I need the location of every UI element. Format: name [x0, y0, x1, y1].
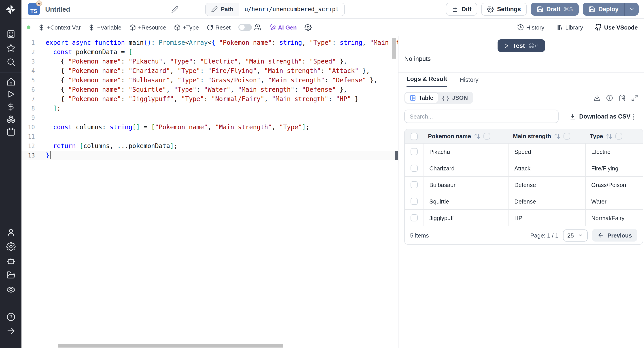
- copy-clipboard-icon[interactable]: [618, 94, 626, 101]
- add-context-var-button[interactable]: +Context Var: [38, 24, 81, 31]
- toggle-switch[interactable]: [238, 24, 252, 31]
- sort-arrows-icon[interactable]: [474, 133, 480, 139]
- json-braces-icon: { }: [442, 94, 449, 101]
- sort-arrows-icon[interactable]: [554, 133, 560, 139]
- row-checkbox[interactable]: [410, 214, 418, 222]
- user-icon[interactable]: [6, 228, 16, 237]
- settings-gear-icon[interactable]: [6, 242, 16, 252]
- code-line[interactable]: 13}: [22, 151, 398, 160]
- table-cell: Defense: [508, 193, 586, 209]
- code-line[interactable]: 11: [22, 132, 398, 141]
- code-line[interactable]: 10 const columns: string[] = ["Pokemon n…: [22, 122, 398, 132]
- reset-button[interactable]: Reset: [206, 24, 230, 31]
- line-number: 11: [22, 132, 46, 141]
- runs-play-icon[interactable]: [6, 90, 16, 99]
- schedules-calendar-icon[interactable]: [6, 127, 16, 136]
- workers-robot-icon[interactable]: [6, 256, 16, 266]
- path-label: Path: [206, 3, 239, 16]
- view-json-button[interactable]: { } JSON: [438, 92, 472, 103]
- test-button[interactable]: Test ⌘↵: [497, 39, 545, 52]
- table-row[interactable]: SquirtleDefenseWater: [405, 193, 643, 209]
- edit-title-pencil-icon[interactable]: [171, 6, 178, 13]
- add-resource-button[interactable]: +Resource: [129, 24, 166, 31]
- column-filter-checkbox[interactable]: [616, 133, 622, 140]
- users-icon: [254, 24, 261, 31]
- history-button[interactable]: History: [517, 24, 544, 31]
- code-line[interactable]: 8 ];: [22, 104, 398, 113]
- previous-page-button[interactable]: Previous: [592, 229, 637, 242]
- editor-settings-gear-icon[interactable]: [304, 24, 312, 31]
- code-line[interactable]: 4 { "Pokemon name": "Charizard", "Type":…: [22, 66, 398, 76]
- deploy-button[interactable]: Deploy: [583, 3, 624, 16]
- deploy-split-button: Deploy: [583, 3, 639, 16]
- row-checkbox[interactable]: [410, 181, 418, 188]
- add-type-button[interactable]: +Type: [174, 24, 199, 31]
- column-label: Main strength: [513, 133, 551, 140]
- code-line[interactable]: 1export async function main(): Promise<A…: [22, 38, 398, 48]
- reset-rotate-icon: [206, 24, 213, 31]
- table-row[interactable]: CharizardAttackFire/Flying: [405, 160, 643, 176]
- table-cell: Charizard: [424, 160, 508, 176]
- draft-button[interactable]: Draft ⌘S: [531, 3, 579, 16]
- table-cell: Bulbasaur: [424, 177, 508, 193]
- table-menu-kebab[interactable]: ⋮: [630, 113, 637, 120]
- code-line[interactable]: 5 { "Pokemon name": "Bulbasaur", "Type":…: [22, 76, 398, 85]
- code-text: }: [46, 151, 50, 160]
- diff-mode-toggle[interactable]: [238, 24, 261, 31]
- help-icon[interactable]: [6, 312, 16, 322]
- line-number: 7: [22, 94, 46, 104]
- resources-boxes-icon[interactable]: [6, 114, 16, 124]
- settings-button[interactable]: Settings: [482, 3, 527, 16]
- select-all-checkbox[interactable]: [410, 132, 418, 140]
- sort-arrows-icon[interactable]: [606, 133, 612, 139]
- table-cell: Speed: [508, 144, 586, 160]
- editor-horizontal-scrollbar[interactable]: [58, 344, 283, 348]
- path-field[interactable]: Path u/henri/unencumbered_script: [205, 2, 345, 16]
- code-line[interactable]: 2 const pokemonData = [: [22, 48, 398, 57]
- editor-toolbar: +Context Var +Variable +Resource +Type R…: [22, 19, 644, 36]
- download-icon[interactable]: [594, 94, 600, 101]
- pencil-icon: [211, 6, 218, 12]
- typescript-badge: TS: [28, 3, 40, 15]
- search-input[interactable]: [404, 110, 558, 123]
- workspace-building-icon[interactable]: [6, 30, 16, 39]
- tab-history[interactable]: History: [460, 76, 478, 87]
- folders-icon[interactable]: [6, 270, 16, 280]
- column-filter-checkbox[interactable]: [484, 133, 490, 140]
- column-header: Type: [586, 133, 643, 140]
- code-line[interactable]: 3 { "Pokemon name": "Pikachu", "Type": "…: [22, 57, 398, 66]
- expand-fullscreen-icon[interactable]: [631, 94, 638, 101]
- use-vscode-button[interactable]: Use VScode: [595, 24, 638, 31]
- line-number: 12: [22, 141, 46, 151]
- ai-gen-button[interactable]: AI Gen: [268, 24, 297, 31]
- code-line[interactable]: 6 { "Pokemon name": "Squirtle", "Type": …: [22, 85, 398, 94]
- search-icon[interactable]: [6, 57, 16, 67]
- editor-vertical-scrollbar[interactable]: [392, 38, 396, 58]
- windmill-logo-icon[interactable]: [6, 4, 16, 16]
- audit-eye-icon[interactable]: [6, 285, 16, 294]
- library-button[interactable]: Library: [556, 24, 583, 31]
- row-checkbox[interactable]: [410, 164, 418, 172]
- row-checkbox[interactable]: [410, 198, 418, 205]
- code-line[interactable]: 7 { "Pokemon name": "Jigglypuff", "Type"…: [22, 94, 398, 104]
- code-line[interactable]: 12 return [columns, ...pokemonData];: [22, 141, 398, 151]
- download-csv-button[interactable]: Download as CSV: [569, 113, 630, 120]
- expand-sidebar-arrow-icon[interactable]: [6, 326, 16, 336]
- view-table-button[interactable]: Table: [405, 92, 438, 103]
- column-filter-checkbox[interactable]: [564, 133, 570, 140]
- deploy-dropdown-button[interactable]: [624, 3, 639, 16]
- variables-dollar-icon[interactable]: [6, 102, 16, 112]
- add-variable-button[interactable]: +Variable: [88, 24, 122, 31]
- favorites-star-icon[interactable]: [6, 44, 16, 53]
- home-icon[interactable]: [6, 77, 16, 86]
- row-checkbox[interactable]: [410, 148, 418, 155]
- page-size-select[interactable]: 25: [563, 229, 588, 241]
- info-icon[interactable]: [606, 94, 613, 101]
- code-editor[interactable]: 1export async function main(): Promise<A…: [22, 36, 398, 348]
- table-row[interactable]: JigglypuffHPNormal/Fairy: [405, 209, 643, 226]
- code-line[interactable]: 9: [22, 113, 398, 122]
- table-row[interactable]: PikachuSpeedElectric: [405, 143, 643, 160]
- table-row[interactable]: BulbasaurDefenseGrass/Poison: [405, 176, 643, 193]
- tab-logs-result[interactable]: Logs & Result: [406, 76, 447, 87]
- diff-button[interactable]: Diff: [446, 3, 478, 16]
